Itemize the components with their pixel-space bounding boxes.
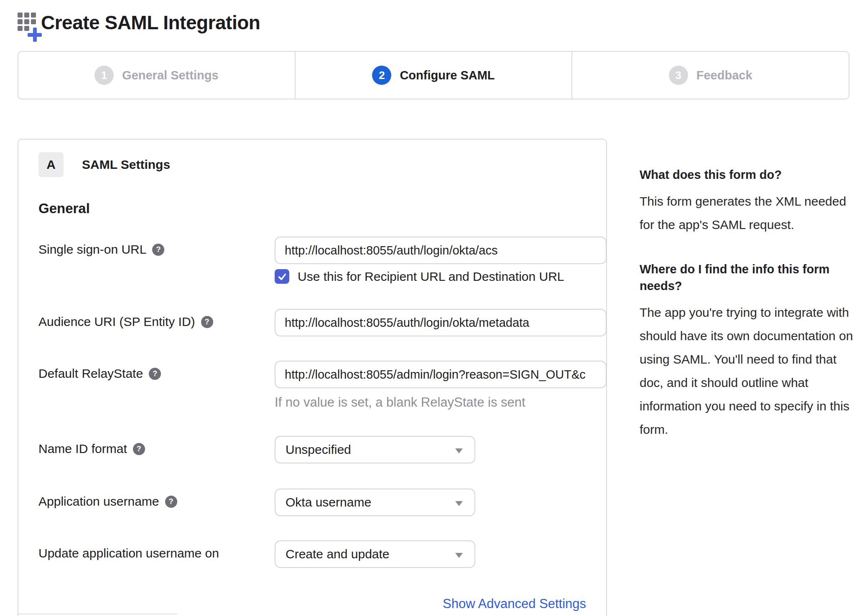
saml-settings-card: A SAML Settings General Single sign-on U… [18, 139, 607, 616]
checkbox-label: Use this for Recipient URL and Destinati… [298, 270, 564, 284]
form-row-update-application-username: Update application username on Create an… [38, 540, 586, 568]
sidebar-body-what: This form generates the XML needed for t… [640, 190, 857, 237]
step-number-badge: 1 [94, 66, 114, 85]
caret-down-icon [455, 501, 463, 506]
wizard-step-feedback[interactable]: 3 Feedback [571, 52, 849, 99]
relaystate-helper-text: If no value is set, a blank RelayState i… [275, 395, 607, 410]
page-title: Create SAML Integration [41, 9, 260, 36]
select-value: Unspecified [286, 443, 351, 457]
caret-down-icon [455, 448, 463, 453]
form-row-default-relaystate: Default RelayState ? If no value is set,… [38, 361, 586, 410]
select-value: Create and update [286, 547, 390, 561]
general-section-heading: General [38, 201, 586, 216]
form-row-single-sign-on-url: Single sign-on URL ? Use this for Recipi… [38, 237, 586, 284]
wizard-steps: 1 General Settings 2 Configure SAML 3 Fe… [18, 51, 849, 99]
audience-uri-input[interactable] [275, 309, 607, 336]
caret-down-icon [455, 553, 463, 558]
step-label: General Settings [122, 69, 218, 82]
checkmark-icon [278, 272, 287, 281]
field-label: Name ID format [38, 442, 127, 456]
help-sidebar: What does this form do? This form genera… [640, 166, 857, 441]
step-label: Feedback [696, 69, 752, 82]
field-label: Update application username on [38, 546, 219, 560]
question-mark-icon[interactable]: ? [165, 496, 177, 508]
step-number-badge: 2 [372, 66, 391, 85]
wizard-step-configure-saml[interactable]: 2 Configure SAML [295, 52, 572, 99]
grid-plus-icon [18, 13, 38, 36]
application-username-select[interactable]: Okta username [275, 489, 475, 516]
question-mark-icon[interactable]: ? [133, 443, 145, 455]
sidebar-body-where: The app you're trying to integrate with … [640, 301, 857, 441]
card-title: SAML Settings [82, 158, 170, 172]
sidebar-heading-what: What does this form do? [640, 166, 857, 183]
form-row-name-id-format: Name ID format ? Unspecified [38, 436, 586, 463]
recipient-url-checkbox[interactable] [275, 269, 289, 284]
select-value: Okta username [286, 495, 371, 509]
form-row-application-username: Application username ? Okta username [38, 489, 586, 516]
form-row-audience-uri: Audience URI (SP Entity ID) ? [38, 309, 586, 336]
show-advanced-settings-link[interactable]: Show Advanced Settings [443, 596, 586, 611]
sidebar-heading-where: Where do I find the info this form needs… [640, 261, 857, 294]
field-label: Default RelayState [38, 367, 143, 381]
step-number-badge: 3 [669, 66, 688, 85]
question-mark-icon[interactable]: ? [201, 316, 213, 328]
page-header: Create SAML Integration [18, 9, 260, 36]
field-label: Single sign-on URL [38, 242, 146, 257]
single-sign-on-url-input[interactable] [275, 237, 607, 264]
step-label: Configure SAML [400, 69, 495, 82]
question-mark-icon[interactable]: ? [152, 244, 164, 256]
question-mark-icon[interactable]: ? [149, 368, 161, 380]
field-label: Audience URI (SP Entity ID) [38, 315, 195, 329]
name-id-format-select[interactable]: Unspecified [275, 436, 475, 463]
field-label: Application username [38, 494, 159, 509]
update-application-username-select[interactable]: Create and update [275, 540, 475, 568]
section-a-badge: A [38, 152, 64, 177]
wizard-step-general-settings[interactable]: 1 General Settings [18, 52, 295, 99]
card-header: A SAML Settings [38, 152, 586, 177]
section-divider [18, 613, 177, 614]
default-relaystate-input[interactable] [275, 361, 607, 388]
